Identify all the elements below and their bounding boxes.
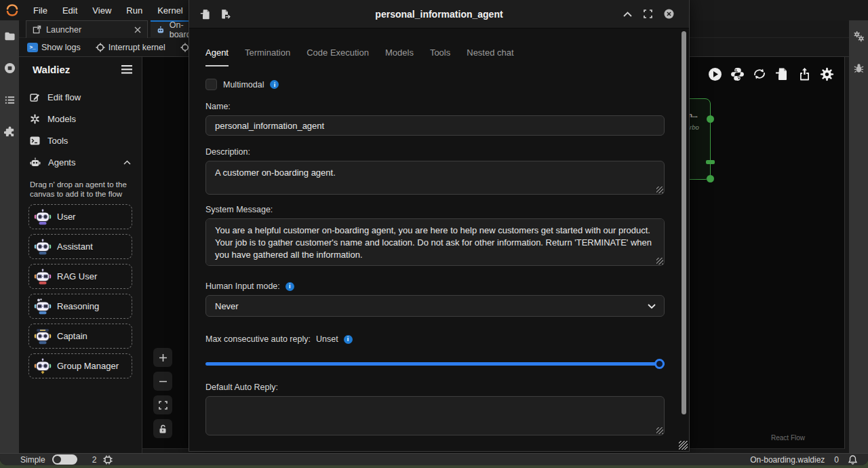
extension-manager-button[interactable]	[0, 116, 19, 148]
menu-run[interactable]: Run	[119, 5, 150, 16]
dialog-title: personal_information_agent	[189, 9, 689, 20]
tab-agent[interactable]: Agent	[205, 47, 229, 66]
node-handle[interactable]	[707, 175, 714, 182]
table-of-contents-button[interactable]	[0, 84, 19, 116]
resize-grip-icon[interactable]	[656, 187, 663, 193]
sidebar-item-models[interactable]: Models	[19, 108, 142, 130]
menu-view[interactable]: View	[85, 5, 119, 16]
close-icon[interactable]	[134, 26, 141, 33]
info-icon[interactable]	[270, 80, 279, 89]
show-logs-button[interactable]: >_ Show logs	[27, 43, 81, 52]
sidebar-item-label: Edit flow	[47, 92, 81, 102]
debugger-button[interactable]	[849, 52, 868, 84]
python-icon	[730, 67, 745, 81]
convert-flow-button[interactable]	[752, 66, 767, 81]
agent-card-label: RAG User	[57, 271, 97, 281]
robot-avatar-icon	[34, 328, 52, 345]
name-input[interactable]	[205, 115, 665, 136]
node-handle[interactable]	[707, 115, 714, 123]
running-kernels-button[interactable]	[0, 52, 19, 84]
fit-view-button[interactable]	[153, 395, 172, 414]
import-agent-icon[interactable]	[200, 9, 211, 20]
info-icon[interactable]	[285, 282, 294, 291]
menu-edit[interactable]: Edit	[55, 5, 85, 16]
slider-track[interactable]	[205, 362, 665, 366]
stop-circle-icon	[4, 62, 16, 74]
info-icon[interactable]	[344, 335, 353, 344]
resize-grip-icon[interactable]	[656, 427, 663, 434]
agent-card-group-manager[interactable]: Group Manager	[28, 353, 132, 378]
chevron-up-icon	[123, 160, 131, 165]
import-flow-button[interactable]	[774, 66, 789, 81]
dialog-scrollbar[interactable]	[680, 30, 688, 437]
sidebar-item-tools[interactable]: Tools	[19, 130, 142, 151]
export-python-button[interactable]	[730, 66, 745, 81]
interrupt-kernel-button[interactable]: Interrupt kernel	[96, 43, 165, 52]
dialog-resize-handle[interactable]	[679, 441, 688, 450]
maximize-icon[interactable]	[644, 9, 652, 18]
node-handle[interactable]	[706, 160, 715, 164]
agent-settings-dialog: personal_information_agent Agent Termina…	[189, 0, 690, 452]
default-reply-textarea[interactable]	[205, 396, 665, 435]
slider-thumb[interactable]	[654, 359, 665, 369]
edit-icon	[30, 92, 40, 102]
agent-card-rag-user[interactable]: RAG User	[28, 264, 132, 289]
menu-file[interactable]: File	[26, 5, 55, 16]
file-browser-button[interactable]	[0, 20, 19, 52]
robot-avatar-icon	[34, 209, 52, 225]
kernel-status-icon[interactable]	[103, 455, 113, 465]
multimodal-label: Multimodal	[223, 80, 264, 90]
scrollbar-thumb[interactable]	[682, 31, 686, 414]
resize-grip-icon[interactable]	[656, 258, 663, 265]
export-agent-icon[interactable]	[220, 9, 231, 20]
reactflow-attribution-link[interactable]: React Flow	[771, 434, 805, 442]
menu-kernel[interactable]: Kernel	[150, 5, 191, 16]
sidebar-item-label: Agents	[48, 157, 75, 168]
multimodal-checkbox[interactable]	[205, 79, 217, 90]
close-icon[interactable]	[664, 9, 674, 19]
hamburger-menu-icon[interactable]	[121, 65, 132, 74]
agent-card-reasoning[interactable]: Reasoning	[28, 294, 132, 319]
lock-button[interactable]	[153, 419, 172, 438]
zoom-out-button[interactable]	[153, 372, 172, 391]
file-import-icon	[775, 67, 789, 81]
minus-icon	[159, 377, 167, 386]
sidebar-item-agents[interactable]: Agents	[19, 151, 142, 173]
sidebar-item-edit-flow[interactable]: Edit flow	[19, 86, 142, 108]
mode-toggle[interactable]	[52, 454, 77, 465]
agent-card-label: Reasoning	[57, 301, 99, 311]
app-window: File Edit View Run Kernel Tabs	[0, 0, 868, 465]
tab-termination[interactable]: Termination	[245, 47, 290, 66]
tab-code-execution[interactable]: Code Execution	[307, 47, 369, 66]
show-logs-label: Show logs	[41, 43, 81, 52]
agent-card-label: Assistant	[57, 241, 93, 252]
tab-nested-chat[interactable]: Nested chat	[467, 47, 513, 66]
gears-icon	[853, 31, 865, 42]
export-flow-button[interactable]	[797, 66, 812, 81]
zoom-in-button[interactable]	[153, 348, 172, 367]
plus-icon	[159, 353, 167, 362]
name-label: Name:	[205, 102, 231, 111]
tab-models[interactable]: Models	[385, 47, 414, 66]
property-inspector-button[interactable]	[849, 20, 868, 52]
description-textarea[interactable]: A customer on-boarding agent.	[205, 161, 665, 195]
system-message-textarea[interactable]: You are a helpful customer on-boarding a…	[205, 218, 665, 266]
dialog-header[interactable]: personal_information_agent	[189, 0, 689, 28]
agent-card-captain[interactable]: Captain	[28, 324, 132, 349]
collapse-icon[interactable]	[623, 12, 632, 17]
openai-icon	[30, 114, 40, 124]
human-input-select[interactable]: Never	[205, 295, 665, 317]
sync-icon	[752, 68, 767, 80]
max-reply-slider[interactable]	[205, 359, 665, 369]
system-message-label: System Message:	[205, 205, 273, 214]
agent-card-assistant[interactable]: Assistant	[28, 234, 132, 259]
right-activity-bar	[849, 20, 868, 453]
flow-settings-button[interactable]	[819, 66, 834, 81]
bell-icon[interactable]	[848, 455, 857, 465]
agent-card-user[interactable]: User	[28, 204, 132, 229]
tab-launcher[interactable]: Launcher	[26, 20, 148, 38]
run-flow-button[interactable]	[707, 66, 722, 81]
left-activity-bar	[0, 20, 19, 453]
tab-tools[interactable]: Tools	[430, 47, 450, 66]
kernel-icon	[96, 43, 105, 52]
